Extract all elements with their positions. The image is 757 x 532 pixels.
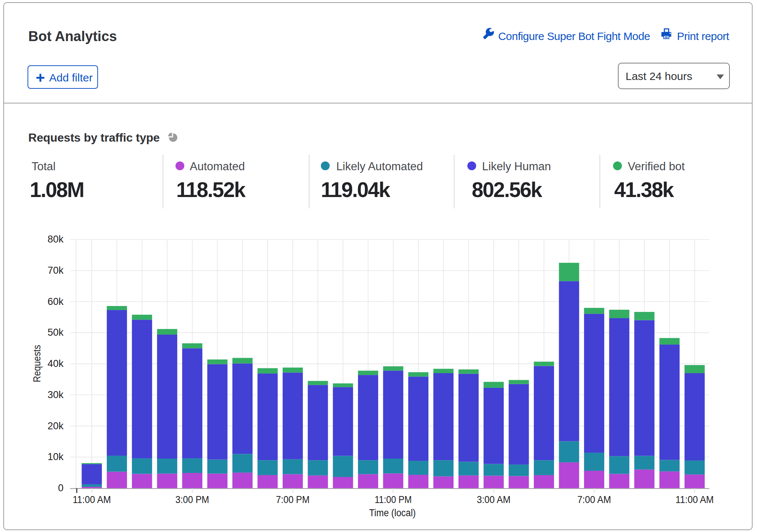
svg-text:70k: 70k (47, 265, 64, 276)
svg-text:3:00 PM: 3:00 PM (175, 494, 209, 505)
svg-text:20k: 20k (47, 420, 64, 431)
svg-text:60k: 60k (47, 296, 64, 307)
svg-text:11:00 AM: 11:00 AM (73, 494, 111, 505)
svg-text:7:00 PM: 7:00 PM (276, 494, 309, 505)
svg-text:11:00 AM: 11:00 AM (675, 494, 714, 505)
svg-text:Time (local): Time (local) (369, 507, 416, 518)
svg-text:0: 0 (58, 482, 64, 493)
svg-text:40k: 40k (47, 358, 64, 369)
svg-text:7:00 AM: 7:00 AM (577, 494, 611, 505)
svg-text:30k: 30k (47, 389, 64, 400)
svg-text:3:00 AM: 3:00 AM (477, 494, 511, 505)
svg-text:80k: 80k (47, 234, 64, 245)
svg-text:10k: 10k (47, 451, 64, 462)
svg-text:50k: 50k (47, 327, 64, 338)
svg-text:11:00 PM: 11:00 PM (375, 494, 412, 505)
svg-text:Requests: Requests (32, 345, 43, 382)
